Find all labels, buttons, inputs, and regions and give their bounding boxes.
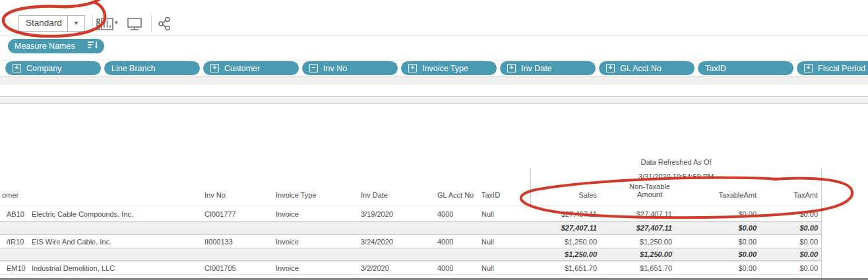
collapsed-shelf-bar: [0, 76, 868, 82]
crosstab-view: Data Refreshed As Of 3/31/2020 10:54:59 …: [0, 105, 868, 280]
pill-taxid[interactable]: TaxID: [698, 61, 793, 75]
table-row[interactable]: /IR10EIS Wire And Cable, Inc.II000133Inv…: [0, 235, 821, 248]
toolbar-separator: [92, 14, 93, 32]
expand-icon[interactable]: +: [13, 64, 21, 72]
subtotal-cell-non-taxable: $1,250.00: [603, 250, 672, 258]
column-header-gl-acct-no[interactable]: GL Acct No: [437, 191, 474, 199]
cell-sales: $1,250.00: [528, 238, 597, 246]
cell-tax-id: Null: [481, 238, 494, 246]
cell-invoice-type: Invoice: [276, 238, 299, 246]
subtotal-row[interactable]: $1,250.00$1,250.00$0.00$0.00: [0, 248, 821, 261]
column-header-tax-amt[interactable]: TaxAmt: [749, 191, 818, 199]
table-row[interactable]: EM10Industrial Demolition, LLCCI001705In…: [0, 261, 821, 274]
cell-code: EM10: [7, 264, 26, 272]
subtotal-cell-tax-amt: $0.00: [749, 250, 818, 258]
cell-customer: Industrial Demolition, LLC: [32, 264, 115, 272]
pill-label: Line Branch: [111, 64, 156, 73]
expand-icon[interactable]: +: [606, 64, 615, 72]
data-refreshed-timestamp: 3/31/2020 10:54:59 PM: [531, 173, 821, 181]
shelf-line: [0, 96, 868, 97]
column-header-taxable-amt[interactable]: TaxableAmt: [687, 191, 757, 199]
subtotal-cell-sales: $1,250.00: [528, 250, 597, 258]
cell-non-taxable: $1,250.00: [603, 238, 672, 246]
pill-label: Inv Date: [521, 64, 552, 73]
fit-selector-value: Standard: [26, 18, 62, 28]
column-header-non-taxable-line1: Non-Taxable: [620, 182, 679, 190]
subtotal-cell-tax-amt: $0.00: [749, 224, 818, 232]
cell-inv-date: 3/24/2020: [361, 238, 393, 246]
toolbar: Standard ▾ ▾: [0, 0, 868, 36]
pill-line-branch[interactable]: Line Branch: [104, 61, 200, 75]
sort-descending-icon[interactable]: [88, 40, 98, 52]
cell-invoice-type: Invoice: [276, 264, 299, 272]
cell-taxable-amt: $0.00: [687, 210, 757, 218]
column-divider: [821, 168, 822, 280]
pill-label: TaxID: [705, 64, 726, 73]
expand-icon[interactable]: +: [507, 64, 516, 72]
shelf-divider: [0, 60, 868, 61]
cell-non-taxable: $27,407.11: [603, 210, 672, 218]
cell-inv-no: CI001705: [204, 264, 236, 272]
pill-label: Customer: [224, 64, 260, 73]
column-header-customer[interactable]: omer: [2, 191, 18, 199]
cell-customer: EIS Wire And Cable, Inc.: [32, 238, 111, 246]
subtotal-cell-sales: $27,407.11: [528, 224, 597, 232]
cell-tax-amt: $0.00: [749, 264, 818, 272]
expand-icon[interactable]: +: [210, 64, 219, 72]
pill-gl-acct-no[interactable]: +GL Acct No: [599, 61, 695, 75]
pill-label: Company: [26, 64, 62, 73]
pill-company[interactable]: +Company: [5, 61, 101, 75]
column-header-non-taxable-line2: Amount: [620, 190, 679, 198]
show-me-chart-icon[interactable]: [96, 17, 113, 31]
column-header-inv-date[interactable]: Inv Date: [361, 191, 388, 199]
cell-sales: $1,651.70: [528, 264, 597, 272]
cell-non-taxable: $1,651.70: [603, 264, 672, 272]
cell-inv-no: CI001777: [204, 210, 236, 218]
cell-inv-date: 3/19/2020: [361, 210, 393, 218]
toolbar-separator: [151, 14, 152, 32]
cell-invoice-type: Invoice: [276, 210, 299, 218]
fit-selector-dropdown[interactable]: Standard ▾: [18, 15, 85, 32]
data-refreshed-label: Data Refreshed As Of: [531, 158, 821, 166]
cell-gl-acct-no: 4000: [437, 238, 453, 246]
subtotal-cell-non-taxable: $27,407.11: [603, 224, 672, 232]
subtotal-cell-taxable-amt: $0.00: [687, 250, 757, 258]
cell-inv-no: II000133: [204, 238, 233, 246]
pill-invoice-type[interactable]: +Invoice Type: [401, 61, 497, 75]
shelf-line: [0, 84, 868, 84]
pill-inv-no[interactable]: −Inv No: [302, 61, 398, 75]
column-header-non-taxable[interactable]: Non-Taxable Amount: [620, 182, 679, 198]
chevron-down-icon[interactable]: ▾: [67, 16, 84, 31]
pill-label: Fiscal Period: [818, 64, 865, 73]
subtotal-row[interactable]: $27,407.11$27,407.11$0.00$0.00: [0, 221, 821, 235]
column-pills-shelf: +CompanyLine Branch+Customer−Inv No+Invo…: [5, 61, 868, 75]
cell-tax-amt: $0.00: [749, 238, 818, 246]
share-icon[interactable]: [158, 16, 172, 31]
cell-customer: Electric Cable Compounds, Inc.: [32, 210, 133, 218]
cell-taxable-amt: $0.00: [687, 264, 757, 272]
expand-icon[interactable]: +: [804, 64, 813, 72]
column-header-inv-no[interactable]: Inv No: [204, 191, 226, 199]
pill-label: Invoice Type: [422, 64, 468, 73]
pill-fiscal-period[interactable]: +Fiscal Period: [797, 61, 868, 75]
cell-sales: $27,407.11: [528, 210, 597, 218]
cell-code: /IR10: [7, 238, 24, 246]
pill-label: Inv No: [323, 64, 347, 73]
table-row[interactable]: AB10Electric Cable Compounds, Inc.CI0017…: [0, 206, 821, 221]
column-header-sales[interactable]: Sales: [528, 191, 597, 199]
cell-tax-id: Null: [481, 210, 494, 218]
measure-names-pill[interactable]: Measure Names: [8, 39, 104, 53]
presentation-mode-icon[interactable]: [127, 17, 142, 31]
pill-inv-date[interactable]: +Inv Date: [500, 61, 596, 75]
pill-label: GL Acct No: [620, 64, 662, 73]
chevron-down-icon[interactable]: ▾: [115, 19, 118, 26]
column-header-invoice-type[interactable]: Invoice Type: [276, 191, 317, 199]
cell-gl-acct-no: 4000: [437, 210, 453, 218]
cell-inv-date: 3/2/2020: [361, 264, 389, 272]
pill-customer[interactable]: +Customer: [203, 61, 299, 75]
collapse-icon[interactable]: −: [309, 64, 318, 72]
column-header-tax-id[interactable]: TaxID: [481, 191, 500, 199]
measure-names-pill-label: Measure Names: [15, 42, 88, 51]
collapsed-shelf-bar: [0, 98, 868, 104]
expand-icon[interactable]: +: [408, 64, 417, 72]
